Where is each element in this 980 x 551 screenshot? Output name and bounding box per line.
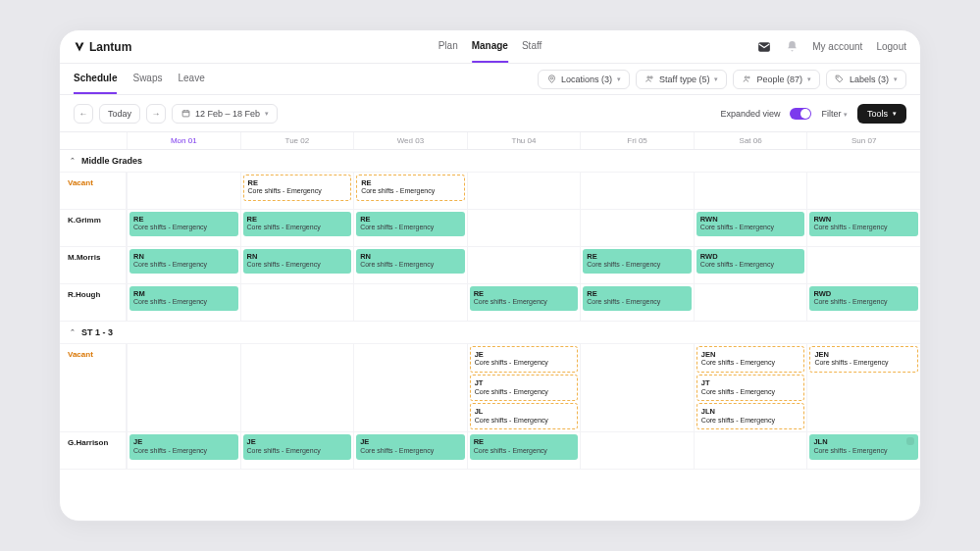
- logo-icon: [74, 41, 85, 53]
- chevron-down-icon: ▾: [265, 110, 269, 118]
- svg-point-1: [550, 77, 552, 79]
- shift-filled[interactable]: RWDCore shifts - Emergency: [809, 286, 918, 311]
- day-header: Sun 07: [806, 132, 920, 149]
- shift-vacant[interactable]: JENCore shifts - Emergency: [809, 346, 918, 373]
- filter-labels[interactable]: Labels (3) ▾: [826, 70, 906, 89]
- shift-filled[interactable]: JECore shifts - Emergency: [243, 434, 352, 459]
- filter-button[interactable]: Filter ▾: [821, 109, 848, 119]
- date-range-picker[interactable]: 12 Feb – 18 Feb ▾: [172, 104, 278, 124]
- shift-vacant[interactable]: JTCore shifts - Emergency: [470, 375, 579, 401]
- nav-manage[interactable]: Manage: [472, 30, 508, 63]
- shift-filled[interactable]: RECore shifts - Emergency: [129, 212, 238, 236]
- filter-stafftype[interactable]: Staff type (5) ▾: [636, 70, 727, 89]
- chevron-down-icon: ▾: [893, 110, 897, 118]
- schedule-row: G.HarrisonJECore shifts - EmergencyJECor…: [60, 432, 920, 470]
- shift-vacant[interactable]: JENCore shifts - Emergency: [696, 346, 805, 373]
- shift-vacant[interactable]: RECore shifts - Emergency: [243, 175, 352, 201]
- day-header: Mon 01: [127, 132, 240, 149]
- mail-icon[interactable]: [757, 40, 771, 54]
- day-cell: [467, 247, 581, 283]
- shift-filled[interactable]: RNCore shifts - Emergency: [243, 249, 352, 274]
- day-header: Fri 05: [580, 132, 694, 149]
- filter-people[interactable]: People (87) ▾: [733, 70, 820, 89]
- row-label-person: M.Morris: [60, 247, 127, 283]
- tools-button[interactable]: Tools ▾: [857, 104, 906, 124]
- row-label-vacant: Vacant: [60, 173, 127, 209]
- group-header[interactable]: ⌃Middle Grades: [60, 150, 920, 173]
- shift-filled[interactable]: RECore shifts - Emergency: [356, 212, 465, 236]
- nav-staff[interactable]: Staff: [522, 30, 542, 63]
- filter-label: Filter: [821, 109, 841, 119]
- chevron-down-icon: ▾: [617, 75, 621, 83]
- day-cell: [240, 344, 354, 431]
- day-cell: JECore shifts - Emergency: [353, 432, 467, 469]
- shift-badge: [906, 437, 914, 445]
- row-label-person: K.Grimm: [60, 210, 127, 246]
- shift-vacant[interactable]: JLNCore shifts - Emergency: [696, 403, 805, 429]
- tag-icon: [835, 75, 845, 84]
- brand-name: Lantum: [89, 40, 131, 54]
- shift-filled[interactable]: RWNCore shifts - Emergency: [696, 212, 805, 236]
- shift-filled[interactable]: RECore shifts - Emergency: [583, 249, 692, 274]
- shift-vacant[interactable]: JLCore shifts - Emergency: [470, 403, 579, 429]
- logout-link[interactable]: Logout: [876, 41, 906, 52]
- group-header[interactable]: ⌃ST 1 - 3: [60, 322, 920, 344]
- shift-filled[interactable]: JECore shifts - Emergency: [356, 434, 465, 459]
- shift-vacant[interactable]: JTCore shifts - Emergency: [696, 375, 805, 401]
- day-cell: JENCore shifts - EmergencyJTCore shifts …: [694, 344, 807, 431]
- nav-plan[interactable]: Plan: [438, 30, 458, 63]
- shift-vacant[interactable]: RECore shifts - Emergency: [356, 175, 465, 201]
- schedule-row: K.GrimmRECore shifts - EmergencyRECore s…: [60, 210, 920, 247]
- day-cell: [353, 344, 467, 431]
- chevron-up-icon: ⌃: [70, 157, 76, 165]
- chevron-up-icon: ⌃: [70, 328, 76, 336]
- day-header-row: Mon 01 Tue 02 Wed 03 Thu 04 Fri 05 Sat 0…: [60, 132, 920, 150]
- day-cell: [127, 344, 240, 431]
- my-account-link[interactable]: My account: [812, 41, 862, 52]
- day-cell: RECore shifts - Emergency: [467, 284, 581, 321]
- svg-point-4: [745, 76, 747, 78]
- day-cell: RMCore shifts - Emergency: [127, 284, 240, 321]
- day-cell: RECore shifts - Emergency: [240, 210, 354, 246]
- svg-point-3: [649, 76, 651, 78]
- tab-schedule[interactable]: Schedule: [74, 64, 117, 94]
- day-cell: RECore shifts - Emergency: [353, 210, 467, 246]
- prev-week-button[interactable]: ←: [74, 104, 93, 124]
- day-cell: RECore shifts - Emergency: [467, 432, 581, 469]
- filter-locations[interactable]: Locations (3) ▾: [538, 70, 630, 89]
- next-week-button[interactable]: →: [146, 104, 166, 124]
- shift-filled[interactable]: RMCore shifts - Emergency: [129, 286, 238, 311]
- day-cell: JECore shifts - Emergency: [240, 432, 354, 469]
- shift-vacant[interactable]: JECore shifts - Emergency: [470, 346, 579, 373]
- shift-filled[interactable]: RECore shifts - Emergency: [243, 212, 352, 236]
- tab-leave[interactable]: Leave: [178, 64, 204, 94]
- shift-filled[interactable]: RECore shifts - Emergency: [470, 434, 579, 459]
- day-cell: JLNCore shifts - Emergency: [806, 432, 920, 469]
- shift-filled[interactable]: RECore shifts - Emergency: [583, 286, 692, 311]
- group-title: ST 1 - 3: [81, 327, 113, 337]
- shift-filled[interactable]: RWNCore shifts - Emergency: [809, 212, 918, 236]
- tab-swaps[interactable]: Swaps: [132, 64, 162, 94]
- day-cell: RECore shifts - Emergency: [127, 210, 240, 246]
- day-cell: [694, 432, 807, 469]
- shift-filled[interactable]: JLNCore shifts - Emergency: [809, 434, 918, 459]
- shift-filled[interactable]: RECore shifts - Emergency: [470, 286, 579, 311]
- shift-filled[interactable]: JECore shifts - Emergency: [129, 434, 238, 459]
- chevron-down-icon: ▾: [714, 75, 718, 83]
- day-header: Sat 06: [694, 132, 807, 149]
- top-bar: Lantum Plan Manage Staff My account Logo…: [60, 30, 920, 64]
- expanded-view-toggle[interactable]: [790, 108, 811, 120]
- shift-filled[interactable]: RWDCore shifts - Emergency: [696, 249, 805, 274]
- shift-filled[interactable]: RNCore shifts - Emergency: [129, 249, 238, 274]
- svg-rect-7: [182, 111, 189, 117]
- bell-icon[interactable]: [785, 40, 799, 54]
- day-cell: JECore shifts - EmergencyJTCore shifts -…: [467, 344, 581, 431]
- top-nav: Plan Manage Staff: [438, 30, 542, 63]
- shift-filled[interactable]: RNCore shifts - Emergency: [356, 249, 465, 274]
- chevron-down-icon: ▾: [844, 111, 848, 118]
- toolbar: ← Today → 12 Feb – 18 Feb ▾ Expanded vie…: [60, 95, 920, 132]
- day-cell: RECore shifts - Emergency: [240, 173, 354, 209]
- svg-point-5: [748, 76, 750, 78]
- day-header: Wed 03: [353, 132, 467, 149]
- today-button[interactable]: Today: [99, 104, 140, 124]
